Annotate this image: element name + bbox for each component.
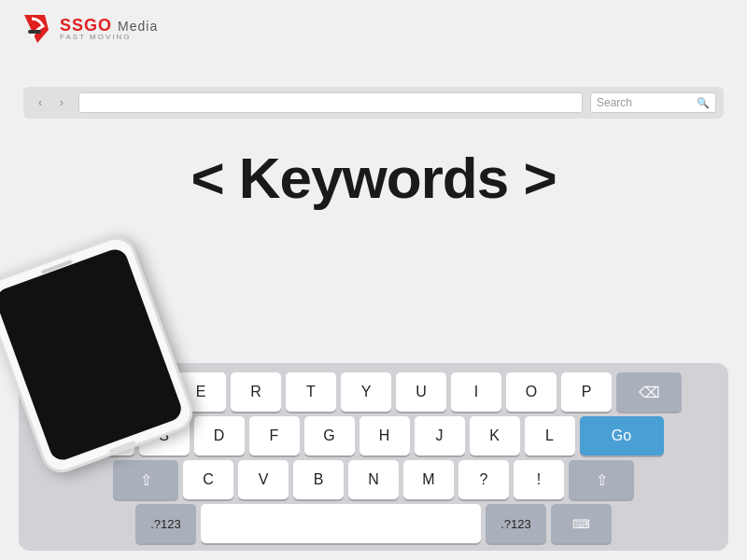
browser-bar: ‹ › Search 🔍: [23, 87, 724, 119]
key-b[interactable]: B: [293, 460, 344, 499]
search-icon: 🔍: [697, 97, 710, 109]
search-box[interactable]: Search 🔍: [590, 92, 716, 113]
key-j[interactable]: J: [415, 416, 465, 455]
search-label: Search: [597, 96, 632, 109]
keyboard-row-3: ⇧ C V B N M ? ! ⇧: [26, 460, 721, 499]
key-o[interactable]: O: [506, 372, 557, 412]
key-delete[interactable]: ⌫: [616, 372, 682, 412]
back-button[interactable]: ‹: [31, 93, 49, 112]
logo-text: SSGO Media FAST MOVING: [60, 17, 158, 41]
key-r[interactable]: R: [231, 372, 281, 412]
key-f[interactable]: F: [249, 416, 300, 455]
key-shift[interactable]: ⇧: [113, 460, 178, 499]
key-go[interactable]: Go: [580, 416, 664, 455]
key-y[interactable]: Y: [341, 372, 391, 412]
logo-icon: [19, 11, 54, 47]
logo-s: S: [60, 16, 72, 35]
key-d[interactable]: D: [194, 416, 245, 455]
logo-go: SGO: [72, 16, 112, 35]
key-numbers[interactable]: .?123: [135, 504, 196, 543]
key-keyboard-icon[interactable]: ⌨: [551, 504, 612, 543]
key-l[interactable]: L: [525, 416, 575, 455]
key-i[interactable]: I: [451, 372, 501, 412]
keyboard-bottom-row: .?123 .?123 ⌨: [26, 504, 721, 543]
forward-button[interactable]: ›: [52, 93, 71, 112]
key-u[interactable]: U: [396, 372, 446, 412]
logo: SSGO Media FAST MOVING: [19, 11, 158, 47]
key-exclaim[interactable]: !: [514, 460, 564, 499]
key-p[interactable]: P: [561, 372, 612, 412]
logo-fast-moving: FAST MOVING: [60, 34, 158, 41]
key-h[interactable]: H: [359, 416, 410, 455]
key-numbers-right[interactable]: .?123: [486, 504, 546, 543]
url-bar[interactable]: [78, 92, 583, 113]
key-k[interactable]: K: [470, 416, 520, 455]
key-m[interactable]: M: [403, 460, 454, 499]
headline: < Keywords >: [0, 145, 747, 211]
key-question[interactable]: ?: [458, 460, 509, 499]
key-spacebar[interactable]: [201, 504, 481, 543]
key-shift-right[interactable]: ⇧: [569, 460, 634, 499]
key-c[interactable]: C: [183, 460, 233, 499]
nav-buttons: ‹ ›: [31, 93, 71, 112]
logo-media: Media: [118, 19, 158, 34]
svg-rect-1: [28, 30, 41, 34]
key-n[interactable]: N: [348, 460, 399, 499]
key-t[interactable]: T: [286, 372, 336, 412]
logo-sgo: SSGO Media: [60, 17, 158, 34]
key-v[interactable]: V: [238, 460, 289, 499]
key-g[interactable]: G: [304, 416, 355, 455]
